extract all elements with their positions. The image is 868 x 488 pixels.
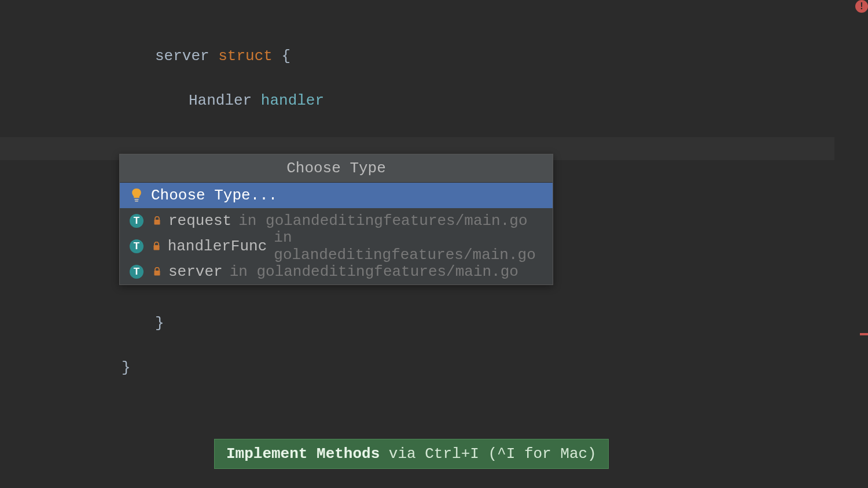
- svg-rect-2: [154, 220, 160, 225]
- type-icon: T: [129, 213, 144, 228]
- lock-icon: [151, 242, 162, 251]
- error-stripe-marker[interactable]: [860, 333, 868, 335]
- popup-item-label: request: [168, 212, 231, 230]
- code-line: server struct {: [122, 45, 868, 67]
- popup-item-choose-type[interactable]: Choose Type...: [120, 183, 553, 208]
- popup-item-handlerfunc[interactable]: T handlerFunc in golandeditingfeatures/m…: [120, 234, 553, 259]
- type-icon: T: [129, 239, 144, 254]
- lock-icon: [151, 216, 163, 225]
- popup-item-location: golandeditingfeatures/main.go: [256, 263, 518, 280]
- code-line: }: [122, 312, 164, 334]
- popup-item-server[interactable]: T server in golandeditingfeatures/main.g…: [120, 259, 553, 284]
- svg-rect-3: [153, 245, 159, 250]
- code-line: Handler handler: [122, 90, 868, 112]
- banner-shortcut: via Ctrl+I (^I for Mac): [380, 445, 596, 463]
- editor-scrollbar[interactable]: [858, 0, 868, 488]
- lightbulb-icon: [129, 188, 144, 203]
- hint-banner: Implement Methods via Ctrl+I (^I for Mac…: [214, 439, 609, 469]
- svg-rect-0: [134, 199, 138, 200]
- svg-rect-4: [154, 271, 160, 276]
- svg-rect-1: [135, 201, 138, 202]
- popup-item-location: golandeditingfeatures/main.go: [266, 212, 527, 230]
- code-line: }: [122, 357, 164, 379]
- lock-icon: [151, 267, 163, 276]
- banner-action: Implement Methods: [226, 445, 380, 463]
- popup-title: Choose Type: [120, 154, 553, 183]
- type-icon: T: [129, 264, 144, 279]
- popup-item-label: server: [168, 263, 223, 280]
- code-below: } }: [122, 290, 164, 401]
- popup-item-label: handlerFunc: [168, 238, 267, 255]
- popup-item-label: Choose Type...: [151, 187, 277, 204]
- popup-item-location: golandeditingfeatures/main.go: [274, 246, 535, 264]
- choose-type-popup: Choose Type Choose Type... T request in …: [119, 154, 553, 285]
